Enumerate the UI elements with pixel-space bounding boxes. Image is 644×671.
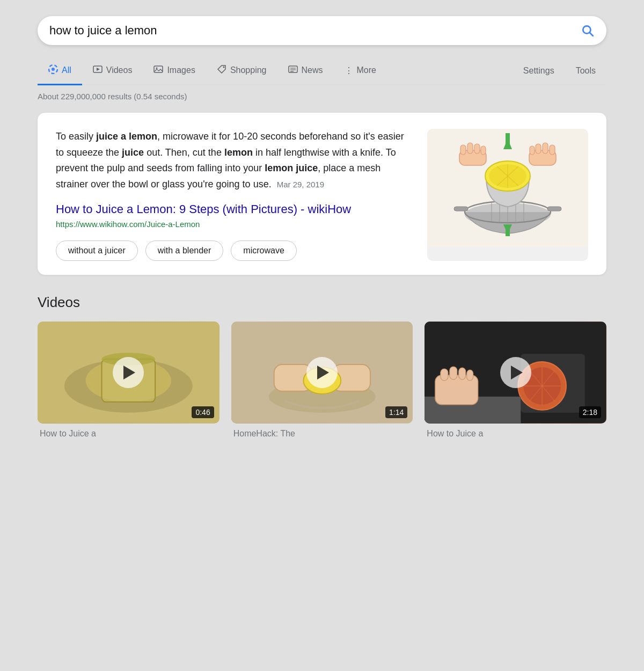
chip-microwave[interactable]: microwave: [231, 240, 296, 261]
video-card-3[interactable]: 2:18 How to Juice a: [425, 322, 606, 439]
video-card-1[interactable]: 0:46 How to Juice a: [38, 322, 219, 439]
svg-rect-39: [506, 133, 510, 145]
svg-point-8: [223, 67, 224, 68]
svg-rect-41: [506, 224, 510, 236]
nav-tabs: All Videos Images Shopping: [38, 57, 606, 85]
snippet-bold-juice-lemon: juice a lemon: [96, 131, 157, 142]
tab-news-label: News: [302, 65, 323, 75]
svg-rect-6: [154, 66, 163, 72]
news-icon: [288, 64, 298, 76]
search-bar: [38, 16, 606, 45]
tab-more[interactable]: ⋮ More: [334, 58, 387, 85]
videos-row: 0:46 How to Juice a: [38, 322, 606, 439]
snippet-content: To easily juice a lemon, microwave it fo…: [56, 129, 414, 261]
video-duration-3: 2:18: [579, 406, 601, 418]
svg-rect-31: [474, 144, 480, 154]
video-title-3: How to Juice a: [425, 429, 606, 439]
newspaper-icon: [288, 64, 298, 74]
snippet-bold-juice: juice: [122, 147, 144, 158]
tab-images-label: Images: [167, 65, 195, 75]
snippet-url: https://www.wikihow.com/Juice-a-Lemon: [56, 220, 414, 229]
tab-shopping-label: Shopping: [230, 65, 267, 75]
svg-rect-37: [530, 146, 535, 155]
tools-link[interactable]: Tools: [565, 59, 606, 83]
play-button-2[interactable]: [306, 357, 338, 388]
tab-shopping[interactable]: Shopping: [206, 57, 277, 85]
svg-point-3: [52, 68, 55, 71]
tab-videos[interactable]: Videos: [82, 57, 143, 85]
svg-point-7: [156, 68, 158, 69]
snippet-bold-lemon: lemon: [224, 147, 253, 158]
svg-rect-63: [450, 367, 457, 380]
snippet-title-link[interactable]: How to Juice a Lemon: 9 Steps (with Pict…: [56, 202, 414, 216]
svg-rect-21: [454, 207, 468, 211]
featured-snippet: To easily juice a lemon, microwave it fo…: [38, 113, 606, 275]
video-card-2[interactable]: 1:14 HomeHack: The: [231, 322, 413, 439]
all-icon: [48, 64, 58, 76]
video-title-2: HomeHack: The: [231, 429, 413, 439]
svg-rect-35: [543, 143, 548, 154]
play-triangle-3: [511, 366, 523, 380]
image-icon: [153, 64, 163, 74]
snippet-date: Mar 29, 2019: [277, 180, 324, 189]
images-icon: [153, 64, 163, 76]
svg-rect-36: [536, 144, 541, 154]
svg-rect-30: [467, 143, 473, 154]
svg-rect-64: [459, 368, 466, 380]
tab-all[interactable]: All: [38, 57, 82, 85]
video-thumb-2: 1:14: [231, 322, 413, 424]
snippet-bold-lemon-juice: lemon juice: [265, 163, 318, 173]
google-g-icon: [48, 64, 58, 74]
svg-rect-29: [460, 145, 466, 155]
lemon-squeezer-svg: [427, 129, 588, 247]
search-input[interactable]: [49, 24, 581, 38]
search-icon: [581, 24, 595, 38]
snippet-chips: without a juicer with a blender microwav…: [56, 240, 414, 261]
chip-with-blender[interactable]: with a blender: [145, 240, 224, 261]
svg-rect-32: [481, 146, 486, 155]
result-stats: About 229,000,000 results (0.54 seconds): [38, 92, 606, 101]
videos-heading: Videos: [38, 294, 606, 311]
svg-marker-5: [97, 68, 100, 71]
video-duration-2: 1:14: [385, 406, 407, 418]
svg-line-1: [590, 33, 593, 36]
play-triangle-1: [123, 366, 135, 380]
tab-videos-label: Videos: [106, 65, 133, 75]
chip-without-juicer[interactable]: without a juicer: [56, 240, 138, 261]
search-button[interactable]: [581, 24, 595, 38]
video-thumb-3: 2:18: [425, 322, 606, 424]
tag-icon: [217, 64, 226, 74]
svg-rect-65: [467, 370, 473, 381]
svg-rect-34: [550, 145, 555, 155]
video-thumb-1: 0:46: [38, 322, 219, 424]
more-dots-icon: ⋮: [345, 65, 353, 76]
tab-more-label: More: [357, 65, 376, 75]
play-box-icon: [93, 64, 103, 74]
snippet-text: To easily juice a lemon, microwave it fo…: [56, 129, 414, 193]
shopping-icon: [217, 64, 226, 76]
videos-icon: [93, 64, 103, 76]
videos-section: Videos 0:46 How to Juice a: [38, 294, 606, 439]
play-triangle-2: [317, 366, 329, 380]
play-button-1[interactable]: [113, 357, 144, 388]
play-button-3[interactable]: [500, 357, 531, 388]
snippet-image: [427, 129, 588, 261]
settings-link[interactable]: Settings: [513, 59, 565, 83]
tab-news[interactable]: News: [277, 57, 334, 85]
video-duration-1: 0:46: [192, 406, 214, 418]
svg-rect-62: [441, 369, 448, 381]
svg-rect-22: [547, 207, 561, 211]
video-title-1: How to Juice a: [38, 429, 219, 439]
tab-all-label: All: [62, 65, 71, 75]
tab-images[interactable]: Images: [143, 57, 206, 85]
